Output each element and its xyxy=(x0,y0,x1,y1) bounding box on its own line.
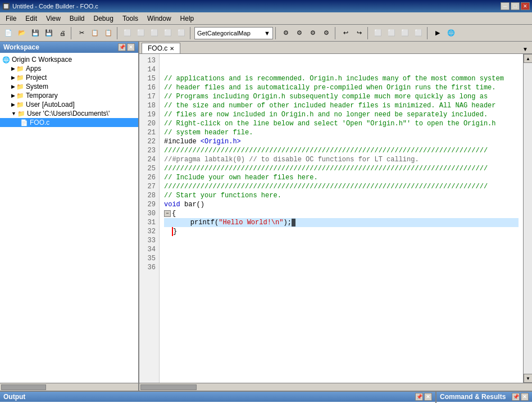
editor-hscrollbar[interactable] xyxy=(139,383,532,391)
titlebar-controls: ─ □ ✕ xyxy=(501,2,530,10)
tb-sep2 xyxy=(117,27,119,39)
tb-func4[interactable]: ⚙ xyxy=(320,27,333,39)
output-controls: 📌 ✕ xyxy=(415,393,432,401)
tb-new-button[interactable]: 📄 xyxy=(2,27,15,39)
tree-item-5[interactable]: ▶📁User [AutoLoad] xyxy=(0,100,138,109)
output-close-button[interactable]: ✕ xyxy=(424,393,432,401)
cmdresults-header: Command & Results 📌 ✕ xyxy=(436,392,532,402)
tb-func2[interactable]: ⚙ xyxy=(293,27,306,39)
tb-open-button[interactable]: 📂 xyxy=(16,27,28,39)
tb-extra3[interactable]: ⬜ xyxy=(399,27,411,39)
tb-redo-button[interactable]: ↪ xyxy=(353,27,365,39)
minimize-button[interactable]: ─ xyxy=(501,2,510,10)
editor-hscrollbar-thumb[interactable] xyxy=(140,384,197,390)
tb-sep1 xyxy=(71,27,73,39)
tb-cut-button[interactable]: ✂ xyxy=(75,27,88,39)
code-line-19: // Right-click on the line below and sel… xyxy=(164,119,519,128)
tb-undo-button[interactable]: ↩ xyxy=(339,27,352,39)
tb-func3[interactable]: ⚙ xyxy=(307,27,319,39)
main-area: Workspace 📌 ✕ 🌐Origin C Workspace▶📁Apps▶… xyxy=(0,42,532,391)
workspace-header-controls: 📌 ✕ xyxy=(118,43,135,51)
tree-item-2[interactable]: ▶📁Project xyxy=(0,73,138,82)
tab-close-button[interactable]: ✕ xyxy=(170,46,174,52)
cmdresults-close-button[interactable]: ✕ xyxy=(521,393,529,401)
code-toggle-33[interactable]: − xyxy=(164,210,171,217)
menu-item-edit[interactable]: Edit xyxy=(21,13,42,24)
code-line-17: // files are now included in Origin.h an… xyxy=(164,110,519,119)
app-icon: 🔲 xyxy=(2,3,10,10)
tb-sep4 xyxy=(275,27,278,39)
line-numbers: 1314151617181920212223242526272829303132… xyxy=(139,54,160,383)
tree-item-4[interactable]: ▶📁Temporary xyxy=(0,91,138,100)
editor-area: FOO.c ✕ ▼ 131415161718192021222324252627… xyxy=(139,42,532,391)
menu-item-file[interactable]: File xyxy=(1,13,21,24)
tree-label-1: Apps xyxy=(26,65,41,73)
output-title: Output xyxy=(3,393,25,401)
titlebar: 🔲 Untitled - Code Builder - FOO.c ─ □ ✕ xyxy=(0,0,532,12)
menu-item-tools[interactable]: Tools xyxy=(118,13,143,24)
tree-label-5: User [AutoLoad] xyxy=(26,101,75,108)
titlebar-left: 🔲 Untitled - Code Builder - FOO.c xyxy=(2,3,98,10)
menu-item-build[interactable]: Build xyxy=(65,13,89,24)
toolbar-dropdown[interactable]: GetCategoricalMap ▼ xyxy=(194,27,273,39)
menubar: FileEditViewBuildDebugToolsWindowHelp xyxy=(0,12,532,25)
scroll-down-arrow[interactable]: ▼ xyxy=(524,374,532,383)
menu-item-help[interactable]: Help xyxy=(176,13,199,24)
tb-sep7 xyxy=(427,27,429,39)
tb-func1[interactable]: ⚙ xyxy=(280,27,292,39)
titlebar-title: Untitled - Code Builder - FOO.c xyxy=(12,3,98,10)
tb-btn5[interactable]: ⬜ xyxy=(121,27,134,39)
cmdresults-pin-button[interactable]: 📌 xyxy=(512,393,520,401)
tb-save-button[interactable]: 💾 xyxy=(29,27,42,39)
workspace-tree: 🌐Origin C Workspace▶📁Apps▶📁Project▶📁Syst… xyxy=(0,53,138,383)
tb-copy-button[interactable]: 📋 xyxy=(89,27,101,39)
output-pin-button[interactable]: 📌 xyxy=(415,393,423,401)
tab-scroll-arrow[interactable]: ▼ xyxy=(521,44,530,53)
code-text[interactable]: // applications and is recommended. Orig… xyxy=(160,54,523,383)
code-line-16: // the size and number of other included… xyxy=(164,101,519,110)
code-line-13: // applications and is recommended. Orig… xyxy=(164,74,519,83)
scroll-up-arrow[interactable]: ▲ xyxy=(524,54,532,63)
tree-label-2: Project xyxy=(26,74,47,81)
tree-item-1[interactable]: ▶📁Apps xyxy=(0,64,138,73)
tb-debug2[interactable]: 🌐 xyxy=(445,27,457,39)
menu-item-debug[interactable]: Debug xyxy=(89,13,118,24)
workspace-hscroll-thumb[interactable] xyxy=(1,384,46,390)
maximize-button[interactable]: □ xyxy=(511,2,520,10)
editor-tab-foo[interactable]: FOO.c ✕ xyxy=(142,43,180,53)
toolbar: 📄 📂 💾 💾 🖨 ✂ 📋 📋 ⬜ ⬜ ⬜ ⬜ ⬜ GetCategorical… xyxy=(0,25,532,42)
code-line-32: void bar() xyxy=(164,200,519,209)
tree-item-6[interactable]: ▼📁User 'C:\Users\Documents\' xyxy=(0,109,138,118)
tb-extra1[interactable]: ⬜ xyxy=(372,27,384,39)
tb-btn9[interactable]: ⬜ xyxy=(175,27,188,39)
tb-print-button[interactable]: 🖨 xyxy=(56,27,69,39)
code-line-26: ////////////////////////////////////////… xyxy=(164,164,519,173)
toolbar-dropdown-label: GetCategoricalMap xyxy=(197,30,251,37)
tb-extra4[interactable]: ⬜ xyxy=(412,27,425,39)
tb-debug1[interactable]: ▶ xyxy=(431,27,444,39)
tree-item-0[interactable]: 🌐Origin C Workspace xyxy=(0,55,138,64)
tb-btn8[interactable]: ⬜ xyxy=(162,27,174,39)
output-panel: Output 📌 ✕ compiling...FOO.cLinking...Do… xyxy=(0,392,436,403)
close-button[interactable]: ✕ xyxy=(521,2,530,10)
tb-extra2[interactable]: ⬜ xyxy=(385,27,398,39)
workspace-hscroll[interactable] xyxy=(0,383,138,391)
tb-save-all-button[interactable]: 💾 xyxy=(43,27,55,39)
tree-item-7[interactable]: 📄FOO.c xyxy=(0,118,138,127)
workspace-pin-button[interactable]: 📌 xyxy=(118,43,126,51)
code-line-22: ////////////////////////////////////////… xyxy=(164,146,519,155)
code-line-34: printf("Hello World!\n");| xyxy=(164,218,519,227)
menu-item-window[interactable]: Window xyxy=(143,13,176,24)
menu-item-view[interactable]: View xyxy=(42,13,65,24)
output-header: Output 📌 ✕ xyxy=(0,392,435,402)
tb-paste-button[interactable]: 📋 xyxy=(102,27,115,39)
editor-vscrollbar[interactable]: ▲ ▼ xyxy=(523,54,532,383)
tree-label-7: FOO.c xyxy=(30,119,49,126)
tb-sep3 xyxy=(190,27,192,39)
code-line-31: // Start your functions here. xyxy=(164,191,519,200)
workspace-close-button[interactable]: ✕ xyxy=(127,43,135,51)
tb-btn6[interactable]: ⬜ xyxy=(135,27,147,39)
cmdresults-controls: 📌 ✕ xyxy=(512,393,529,401)
tree-item-3[interactable]: ▶📁System xyxy=(0,82,138,91)
tb-btn7[interactable]: ⬜ xyxy=(148,27,161,39)
